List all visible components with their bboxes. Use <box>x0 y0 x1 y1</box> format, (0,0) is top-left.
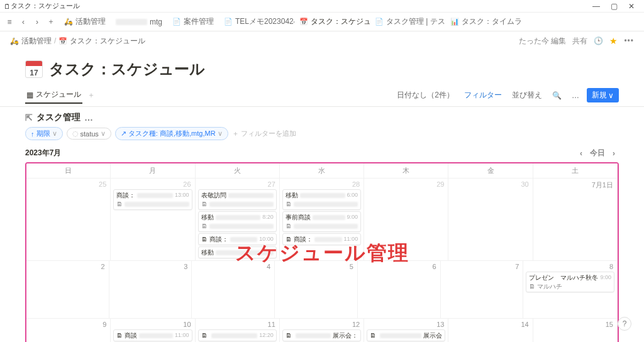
tab[interactable]: 📄案件管理 <box>167 14 219 30</box>
link-icon: ⇱ <box>25 113 33 123</box>
month-next-icon[interactable]: › <box>609 149 619 158</box>
dow-cell: 金 <box>448 163 533 178</box>
page-icon-calendar[interactable]: 17 <box>25 60 43 78</box>
dow-cell: 土 <box>533 163 618 178</box>
calendar-cell[interactable]: 7月1日 <box>533 178 618 260</box>
menu-icon[interactable]: ≡ <box>4 18 15 26</box>
window-title: タスク：スケジュール <box>11 1 80 11</box>
search-icon[interactable]: 🔍 <box>550 90 564 101</box>
calendar-cell[interactable]: 2 <box>26 260 109 318</box>
event-card[interactable]: プレゼン マルハチ秋冬9:00🗎マルハチ <box>526 272 614 292</box>
tab[interactable]: 🛵活動管理 <box>59 14 111 30</box>
view-bar: ▦ スケジュール ＋ 日付なし（2件） フィルター 並び替え 🔍 … 新規∨ <box>0 84 644 107</box>
calendar-icon: ▦ <box>26 91 33 99</box>
win-max-icon[interactable]: ▢ <box>605 2 623 11</box>
dow-cell: 日 <box>26 163 111 178</box>
win-close-icon[interactable]: ✕ <box>623 2 640 11</box>
calendar-cell[interactable]: 14 <box>448 318 533 342</box>
help-button[interactable]: ? <box>618 317 631 331</box>
view-more-icon[interactable]: … <box>569 90 582 101</box>
filter-chip-status[interactable]: ◌status∨ <box>67 128 111 140</box>
calendar-cell[interactable]: 25 <box>26 178 111 260</box>
filter-link[interactable]: フィルター <box>462 89 504 102</box>
event-card[interactable]: 🗎商談：10:00 <box>198 233 277 245</box>
today-button[interactable]: 今日 <box>586 148 609 158</box>
calendar-cell[interactable]: 7 <box>441 260 524 318</box>
breadcrumb-root[interactable]: 🛵 活動管理 <box>10 36 52 47</box>
dow-cell: 水 <box>280 163 364 178</box>
clock-icon[interactable]: 🕒 <box>594 36 603 45</box>
calendar-cell[interactable]: 27表敬訪問🗎移動8:20🗎🗎商談：10:00移動 <box>196 178 280 260</box>
dow-cell: 火 <box>196 163 280 178</box>
event-card[interactable]: 🗎商談：11:00 <box>282 233 361 245</box>
event-card[interactable]: 表敬訪問🗎 <box>198 189 277 210</box>
calendar-cell[interactable]: 6 <box>358 260 441 318</box>
dow-cell: 木 <box>364 163 448 178</box>
event-card[interactable]: 移動 <box>198 246 277 258</box>
calendar-cell[interactable]: 28移動6:00🗎事前商談9:00🗎🗎商談：11:00 <box>280 178 364 260</box>
calendar-cell[interactable]: 12🗎展示会： <box>280 318 364 342</box>
calendar-cell[interactable]: 10🗎商談11:00 <box>111 318 195 342</box>
database-title-row: ⇱ タスク管理 … <box>0 107 644 124</box>
sort-link[interactable]: 並び替え <box>509 89 545 102</box>
view-tab-schedule[interactable]: ▦ スケジュール <box>25 87 82 104</box>
calendar-cell[interactable]: 13🗎展示会 <box>364 318 448 342</box>
nav-back-icon[interactable]: ‹ <box>18 18 29 26</box>
tab-bar: ≡ ‹ › ＋ 🛵活動管理mtg📄案件管理📄TELメモ20230424-📅タスク… <box>0 13 644 31</box>
add-view-button[interactable]: ＋ <box>87 90 95 101</box>
event-card[interactable]: 移動8:20🗎 <box>198 211 277 232</box>
calendar-cell[interactable]: 30 <box>448 178 533 260</box>
dow-cell: 月 <box>111 163 195 178</box>
no-date-link[interactable]: 日付なし（2件） <box>394 89 457 102</box>
calendar-cell[interactable]: 11🗎12:20 <box>196 318 280 342</box>
nav-fwd-icon[interactable]: › <box>31 18 43 26</box>
month-prev-icon[interactable]: ‹ <box>576 149 586 158</box>
database-title[interactable]: タスク管理 <box>36 112 80 123</box>
calendar-cell[interactable]: 5 <box>275 260 358 318</box>
calendar-cell[interactable]: 15 <box>533 318 618 342</box>
event-card[interactable]: 商談：13:00🗎 <box>113 189 192 210</box>
calendar-cell[interactable]: 9 <box>26 318 111 342</box>
filter-row: ↑期限∨ ◌status∨ ↗タスク種: 商談,移動,mtg,MR∨ ＋ フィル… <box>0 124 644 145</box>
event-card[interactable]: 🗎展示会 <box>367 329 445 341</box>
calendar-cell[interactable]: 3 <box>109 260 192 318</box>
page-icon: 📅 <box>58 36 67 45</box>
window-titlebar: 🗒 タスク：スケジュール — ▢ ✕ <box>0 0 644 13</box>
root-icon: 🛵 <box>10 36 19 45</box>
event-card[interactable]: 事前商談9:00🗎 <box>282 211 361 232</box>
calendar-cell[interactable]: 26商談：13:00🗎 <box>111 178 195 260</box>
calendar-cell[interactable]: 8プレゼン マルハチ秋冬9:00🗎マルハチ <box>523 260 618 318</box>
filter-chip-tasktype[interactable]: ↗タスク種: 商談,移動,mtg,MR∨ <box>115 127 228 140</box>
more-icon[interactable]: ••• <box>624 36 634 45</box>
event-card[interactable]: 🗎展示会： <box>282 329 361 341</box>
tab[interactable]: 📅タスク：スケジュ… <box>294 14 370 30</box>
calendar-cell[interactable]: 29 <box>364 178 448 260</box>
calendar-cell[interactable]: 4 <box>192 260 275 318</box>
share-button[interactable]: 共有 <box>572 36 587 47</box>
add-filter-button[interactable]: ＋ フィルターを追加 <box>232 129 296 138</box>
event-card[interactable]: 🗎商談11:00 <box>113 329 192 341</box>
breadcrumb-page[interactable]: 📅 タスク：スケジュール <box>58 36 145 47</box>
breadcrumb: 🛵 活動管理 / 📅 タスク：スケジュール たった今 編集 共有 🕒 ★ ••• <box>0 31 644 50</box>
dow-header: 日月火水木金土 <box>26 163 618 178</box>
edited-label: たった今 編集 <box>519 36 566 47</box>
db-more-icon[interactable]: … <box>84 113 94 123</box>
tab[interactable]: 📄TELメモ20230424- <box>219 14 294 30</box>
tab[interactable]: mtg <box>111 14 167 30</box>
filter-chip-period[interactable]: ↑期限∨ <box>25 127 63 140</box>
new-tab-icon[interactable]: ＋ <box>45 16 57 27</box>
event-card[interactable]: 🗎12:20 <box>198 329 277 341</box>
month-label: 2023年7月 <box>25 148 61 158</box>
new-button[interactable]: 新規∨ <box>587 88 619 102</box>
month-row: 2023年7月 ‹ 今日 › <box>0 145 644 161</box>
tab[interactable]: 📊タスク：タイムラ… <box>445 14 521 30</box>
page-title: 17 タスク：スケジュール <box>0 50 644 84</box>
favorite-icon[interactable]: ★ <box>609 36 618 46</box>
tab[interactable]: 📄タスク管理 | テス… <box>370 14 445 30</box>
event-card[interactable]: 移動6:00🗎 <box>282 189 361 210</box>
calendar: 日月火水木金土 2526商談：13:00🗎27表敬訪問🗎移動8:20🗎🗎商談：1… <box>25 162 619 342</box>
win-min-icon[interactable]: — <box>587 2 605 11</box>
